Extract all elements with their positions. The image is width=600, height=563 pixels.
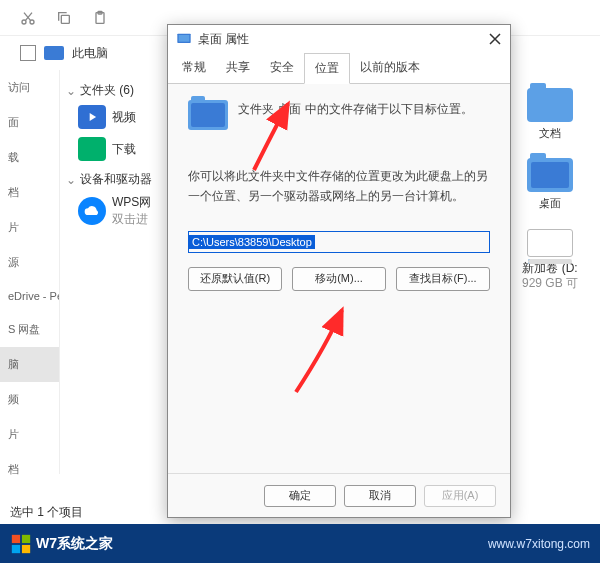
left-nav-strip: 访问面载档片源eDrive - PersS 网盘脑频片档 — [0, 70, 60, 474]
sidebar-item[interactable]: 源 — [0, 245, 59, 280]
sidebar-item[interactable]: eDrive - Pers — [0, 280, 59, 312]
drive-item[interactable]: 新加卷 (D:929 GB 可 — [510, 229, 590, 292]
dialog-line1: 文件夹 桌面 中的文件存储于以下目标位置。 — [238, 100, 473, 119]
move-button[interactable]: 移动(M)... — [292, 267, 386, 291]
sidebar-item[interactable]: S 网盘 — [0, 312, 59, 347]
folder-icon — [527, 88, 573, 122]
address-text: 此电脑 — [72, 45, 108, 62]
path-text: C:\Users\83859\Desktop — [189, 235, 315, 249]
find-target-button[interactable]: 查找目标(F)... — [396, 267, 490, 291]
tab-2[interactable]: 安全 — [260, 53, 304, 83]
tab-0[interactable]: 常规 — [172, 53, 216, 83]
desktop-folder-icon — [188, 100, 228, 130]
tab-4[interactable]: 以前的版本 — [350, 53, 430, 83]
cut-icon[interactable] — [20, 10, 36, 26]
downloads-folder-icon — [78, 137, 106, 161]
tab-1[interactable]: 共享 — [216, 53, 260, 83]
sidebar-item[interactable]: 频 — [0, 382, 59, 417]
sidebar-item[interactable]: 档 — [0, 175, 59, 210]
tab-3[interactable]: 位置 — [304, 53, 350, 84]
properties-dialog: 桌面 属性 常规共享安全位置以前的版本 文件夹 桌面 中的文件存储于以下目标位置… — [167, 24, 511, 518]
svg-rect-9 — [12, 544, 20, 552]
svg-rect-10 — [22, 544, 30, 552]
windows-icon — [10, 533, 32, 555]
paste-icon[interactable] — [92, 10, 108, 26]
svg-rect-8 — [22, 534, 30, 542]
dialog-titlebar[interactable]: 桌面 属性 — [168, 25, 510, 53]
sidebar-item[interactable]: 脑 — [0, 347, 59, 382]
copy-icon[interactable] — [56, 10, 72, 26]
chevron-down-icon: ⌄ — [66, 84, 76, 98]
svg-rect-2 — [61, 15, 69, 23]
dialog-line2: 你可以将此文件夹中文件存储的位置更改为此硬盘上的另一个位置、另一个驱动器或网络上… — [188, 166, 490, 207]
dialog-footer: 确定 取消 应用(A) — [168, 473, 510, 517]
dialog-tabs: 常规共享安全位置以前的版本 — [168, 53, 510, 84]
brand-logo: W7系统之家 — [10, 533, 113, 555]
chevron-down-icon: ⌄ — [66, 173, 76, 187]
cancel-button[interactable]: 取消 — [344, 485, 416, 507]
sidebar-item[interactable]: 片 — [0, 210, 59, 245]
sidebar-item[interactable]: 片 — [0, 417, 59, 452]
svg-rect-6 — [179, 35, 190, 42]
back-icon[interactable] — [20, 45, 36, 61]
sidebar-item[interactable]: 档 — [0, 452, 59, 487]
svg-rect-7 — [12, 534, 20, 542]
watermark-bar: W7系统之家 www.w7xitong.com — [0, 524, 600, 563]
disk-icon — [527, 229, 573, 257]
brand-url: www.w7xitong.com — [488, 537, 590, 551]
brand-name: W7系统之家 — [36, 535, 113, 553]
folder-item-desktop[interactable]: 桌面 — [510, 158, 590, 210]
apply-button[interactable]: 应用(A) — [424, 485, 496, 507]
path-input[interactable]: C:\Users\83859\Desktop — [188, 231, 490, 253]
desktop-folder-icon — [527, 158, 573, 192]
restore-default-button[interactable]: 还原默认值(R) — [188, 267, 282, 291]
this-pc-icon — [44, 46, 64, 60]
cloud-icon — [78, 197, 106, 225]
sidebar-item[interactable]: 载 — [0, 140, 59, 175]
folder-item-docs[interactable]: 文档 — [510, 88, 590, 140]
video-folder-icon — [78, 105, 106, 129]
close-icon[interactable] — [488, 32, 502, 46]
sidebar-item[interactable]: 面 — [0, 105, 59, 140]
dialog-body: 文件夹 桌面 中的文件存储于以下目标位置。 你可以将此文件夹中文件存储的位置更改… — [168, 84, 510, 476]
status-bar: 选中 1 个项目 — [0, 500, 93, 524]
desktop-icon — [176, 31, 192, 47]
sidebar-item[interactable]: 访问 — [0, 70, 59, 105]
dialog-title: 桌面 属性 — [198, 31, 488, 48]
ok-button[interactable]: 确定 — [264, 485, 336, 507]
